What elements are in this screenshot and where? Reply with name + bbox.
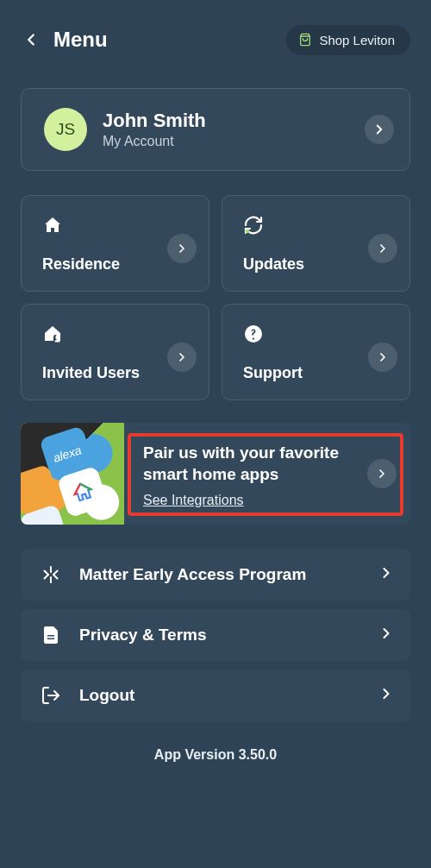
account-text: John Smith My Account — [103, 110, 349, 149]
chevron-right-icon — [378, 625, 395, 642]
svg-point-1 — [55, 336, 59, 339]
tile-support[interactable]: Support — [222, 304, 410, 400]
account-chevron — [365, 115, 394, 144]
account-card[interactable]: JS John Smith My Account — [21, 88, 410, 171]
account-name: John Smith — [103, 110, 349, 132]
chevron-right-icon — [376, 350, 390, 364]
integrations-body: Pair us with your favorite smart home ap… — [124, 423, 410, 525]
tile-invited-users[interactable]: Invited Users — [21, 304, 209, 400]
row-logout-label: Logout — [79, 686, 360, 705]
chevron-right-icon — [175, 242, 189, 255]
row-logout[interactable]: Logout — [21, 670, 410, 721]
shop-leviton-label: Shop Leviton — [319, 33, 395, 47]
shopping-bag-icon — [298, 33, 312, 47]
home-icon — [42, 213, 195, 237]
integrations-title: Pair us with your favorite smart home ap… — [143, 443, 360, 485]
tile-updates[interactable]: Updates — [222, 195, 410, 292]
see-integrations-link[interactable]: See Integrations — [143, 493, 360, 508]
row-privacy[interactable]: Privacy & Terms — [21, 609, 410, 661]
matter-icon — [40, 564, 62, 585]
shop-leviton-button[interactable]: Shop Leviton — [286, 25, 410, 55]
row-matter[interactable]: Matter Early Access Program — [21, 549, 410, 601]
integrations-image: alexa — [21, 423, 124, 525]
menu-list: Matter Early Access Program Privacy & Te… — [21, 549, 410, 721]
chevron-right-icon — [376, 242, 390, 255]
row-chevron — [378, 564, 395, 585]
header: Menu Shop Leviton — [21, 21, 410, 59]
page-title: Menu — [53, 28, 108, 52]
row-chevron — [378, 685, 395, 706]
tile-residence[interactable]: Residence — [21, 195, 209, 292]
chevron-right-icon — [375, 467, 389, 481]
integrations-highlight: Pair us with your favorite smart home ap… — [128, 433, 403, 516]
logout-icon — [40, 685, 62, 706]
integrations-banner[interactable]: alexa Pair us with your favorite smart h… — [21, 423, 410, 525]
integrations-chevron — [367, 459, 397, 488]
tile-chevron — [167, 234, 197, 263]
chevron-right-icon — [175, 350, 189, 364]
row-privacy-label: Privacy & Terms — [79, 626, 360, 645]
row-matter-label: Matter Early Access Program — [79, 565, 360, 584]
avatar: JS — [44, 108, 87, 151]
invited-users-icon — [42, 322, 195, 346]
tile-chevron — [167, 343, 197, 372]
help-icon — [243, 322, 396, 346]
tile-chevron — [368, 343, 397, 372]
tile-chevron — [368, 234, 397, 263]
header-left: Menu — [21, 28, 108, 52]
back-button[interactable] — [21, 29, 41, 50]
app-version: App Version 3.50.0 — [21, 747, 410, 763]
document-icon — [40, 625, 62, 645]
chevron-left-icon — [22, 30, 41, 49]
row-chevron — [378, 625, 395, 645]
chevron-right-icon — [378, 564, 395, 582]
account-subtitle: My Account — [103, 134, 349, 149]
chevron-right-icon — [372, 122, 387, 137]
chevron-right-icon — [378, 685, 395, 702]
svg-point-0 — [246, 230, 250, 234]
updates-icon — [243, 213, 396, 237]
tile-grid: Residence Updates Invited Users — [21, 195, 410, 400]
